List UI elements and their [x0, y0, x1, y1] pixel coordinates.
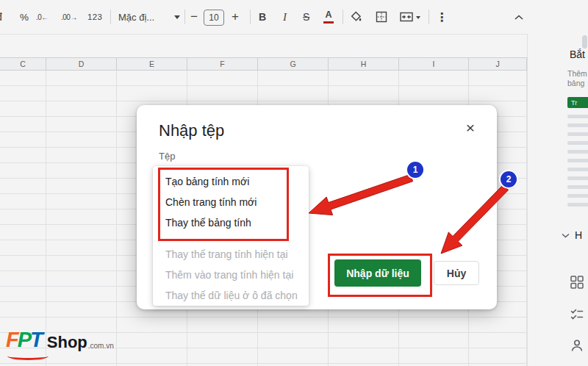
option-replace-spreadsheet[interactable]: Thay thế bảng tính [153, 212, 309, 233]
option-replace-selected-cell[interactable]: Thay thế dữ liệu ở ô đã chọn [153, 285, 309, 306]
logo-domain-text: .com.vn [88, 342, 114, 350]
option-append-current-sheet[interactable]: Thêm vào trang tính hiện tại [153, 265, 309, 285]
file-label: Tệp [159, 151, 175, 162]
logo-letter-t: T [30, 329, 42, 351]
option-replace-current-sheet[interactable]: Thay thế trang tính hiện tại [153, 244, 309, 265]
logo-letter-p: P [18, 329, 30, 351]
logo-letter-f: F [6, 329, 18, 351]
cancel-button[interactable]: Hủy [434, 261, 479, 285]
import-options-list: Tạo bảng tính mới Chèn trang tính mới Th… [153, 166, 309, 306]
google-sheets-import-screen: đ % .0← .00→ 123 Mặc đị... − 10 + B I S … [0, 0, 588, 366]
fptshop-watermark: F P T Shop .com.vn [6, 329, 114, 351]
option-insert-new-sheets[interactable]: Chèn trang tính mới [153, 192, 309, 212]
step-badge-2: 2 [501, 171, 517, 187]
option-create-new-spreadsheet[interactable]: Tạo bảng tính mới [153, 171, 309, 192]
import-data-button[interactable]: Nhập dữ liệu [334, 259, 421, 287]
logo-shop-text: Shop [47, 334, 87, 351]
logo-swoosh [7, 352, 49, 360]
step-badge-1: 1 [407, 162, 423, 178]
close-icon[interactable]: × [466, 120, 475, 135]
dialog-title: Nhập tệp [159, 121, 224, 140]
import-file-dialog: Nhập tệp × Tệp Tạo bảng tính mới Chèn tr… [137, 105, 497, 309]
